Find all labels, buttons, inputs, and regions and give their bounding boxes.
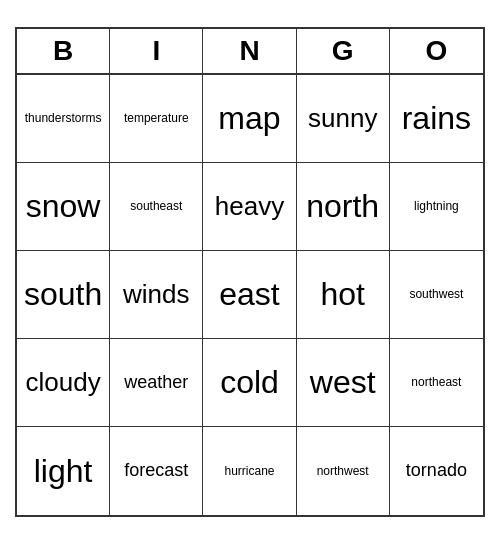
cell-text: northwest [317,464,369,478]
cell-text: map [218,99,280,137]
bingo-cell: winds [110,251,203,339]
cell-text: heavy [215,191,284,222]
cell-text: rains [402,99,471,137]
cell-text: east [219,275,279,313]
cell-text: winds [123,279,189,310]
cell-text: southeast [130,199,182,213]
cell-text: southwest [409,287,463,301]
header-letter-n: N [203,29,296,73]
bingo-cell: forecast [110,427,203,515]
bingo-cell: cold [203,339,296,427]
cell-text: south [24,275,102,313]
bingo-cell: cloudy [17,339,110,427]
cell-text: northeast [411,375,461,389]
cell-text: weather [124,372,188,394]
bingo-cell: lightning [390,163,483,251]
cell-text: hot [320,275,364,313]
header-letter-i: I [110,29,203,73]
bingo-cell: weather [110,339,203,427]
cell-text: tornado [406,460,467,482]
cell-text: north [306,187,379,225]
bingo-cell: hot [297,251,390,339]
cell-text: forecast [124,460,188,482]
cell-text: thunderstorms [25,111,102,125]
cell-text: hurricane [224,464,274,478]
bingo-cell: south [17,251,110,339]
cell-text: cloudy [26,367,101,398]
bingo-cell: map [203,75,296,163]
bingo-cell: northwest [297,427,390,515]
bingo-grid: thunderstormstemperaturemapsunnyrainssno… [17,75,483,515]
bingo-cell: northeast [390,339,483,427]
bingo-cell: rains [390,75,483,163]
bingo-cell: snow [17,163,110,251]
cell-text: temperature [124,111,189,125]
header-letter-o: O [390,29,483,73]
bingo-cell: west [297,339,390,427]
bingo-cell: light [17,427,110,515]
bingo-cell: tornado [390,427,483,515]
bingo-cell: hurricane [203,427,296,515]
bingo-card: BINGO thunderstormstemperaturemapsunnyra… [15,27,485,517]
cell-text: lightning [414,199,459,213]
cell-text: sunny [308,103,377,134]
bingo-cell: temperature [110,75,203,163]
header-letter-b: B [17,29,110,73]
bingo-header: BINGO [17,29,483,75]
cell-text: cold [220,363,279,401]
bingo-cell: east [203,251,296,339]
cell-text: west [310,363,376,401]
bingo-cell: southwest [390,251,483,339]
bingo-cell: thunderstorms [17,75,110,163]
bingo-cell: heavy [203,163,296,251]
header-letter-g: G [297,29,390,73]
bingo-cell: north [297,163,390,251]
cell-text: snow [26,187,101,225]
bingo-cell: southeast [110,163,203,251]
cell-text: light [34,452,93,490]
bingo-cell: sunny [297,75,390,163]
